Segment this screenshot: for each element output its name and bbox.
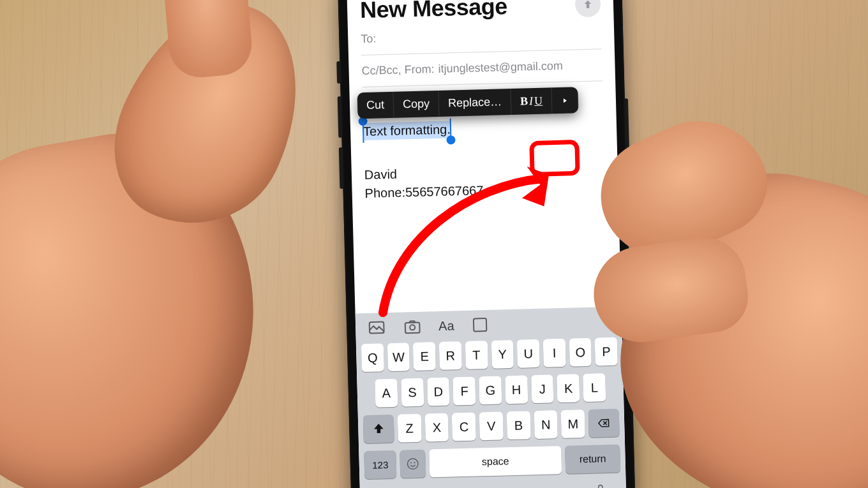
italic-icon: I bbox=[528, 94, 535, 108]
message-body[interactable]: Cut Copy Replace… BIU Text formatting. bbox=[362, 81, 606, 203]
emoji-icon bbox=[406, 457, 421, 471]
cc-label: Cc/Bcc, From: bbox=[361, 63, 435, 78]
key-w[interactable]: W bbox=[387, 343, 410, 371]
key-l[interactable]: L bbox=[583, 373, 606, 402]
menu-biu[interactable]: BIU bbox=[511, 87, 553, 115]
key-v[interactable]: V bbox=[479, 411, 504, 440]
key-t[interactable]: T bbox=[465, 341, 488, 369]
phone-mute-switch bbox=[336, 61, 341, 84]
to-label: To: bbox=[361, 32, 377, 45]
key-k[interactable]: K bbox=[557, 374, 580, 403]
key-return[interactable]: return bbox=[565, 445, 620, 474]
phone-side-button bbox=[624, 98, 629, 159]
key-s[interactable]: S bbox=[401, 378, 424, 407]
text-format-button[interactable]: Aa bbox=[438, 318, 454, 334]
phone-frame: New Message To: Cc/Bcc, From: itjunglest… bbox=[337, 0, 636, 488]
key-y[interactable]: Y bbox=[491, 340, 514, 369]
key-n[interactable]: N bbox=[534, 410, 558, 439]
key-q[interactable]: Q bbox=[361, 343, 384, 372]
menu-more[interactable] bbox=[552, 87, 579, 114]
key-m[interactable]: M bbox=[561, 410, 585, 438]
photos-icon[interactable] bbox=[367, 319, 387, 336]
key-d[interactable]: D bbox=[427, 378, 450, 406]
key-c[interactable]: C bbox=[452, 413, 476, 441]
key-shift[interactable] bbox=[363, 415, 394, 443]
signature-phone: 55657667667 bbox=[405, 183, 484, 199]
svg-rect-1 bbox=[405, 323, 420, 334]
chevron-right-icon bbox=[561, 96, 569, 104]
menu-copy[interactable]: Copy bbox=[394, 91, 440, 118]
compose-title: New Message bbox=[360, 0, 508, 24]
key-z[interactable]: Z bbox=[398, 414, 422, 443]
bold-icon: B bbox=[520, 94, 528, 108]
key-123[interactable]: 123 bbox=[364, 450, 396, 479]
underline-icon: U bbox=[534, 94, 543, 108]
svg-point-6 bbox=[414, 462, 415, 463]
key-o[interactable]: O bbox=[569, 338, 592, 367]
key-p[interactable]: P bbox=[595, 337, 618, 366]
camera-icon[interactable] bbox=[403, 318, 423, 336]
menu-cut[interactable]: Cut bbox=[357, 92, 394, 119]
selected-text-value: Text formatting. bbox=[363, 122, 451, 138]
key-space[interactable]: space bbox=[429, 446, 562, 477]
key-emoji[interactable] bbox=[400, 450, 426, 478]
menu-replace[interactable]: Replace… bbox=[439, 89, 512, 117]
shift-icon bbox=[371, 422, 386, 436]
key-e[interactable]: E bbox=[413, 342, 436, 371]
hand-left bbox=[0, 0, 370, 488]
key-f[interactable]: F bbox=[453, 377, 476, 406]
phone-volume-down bbox=[339, 147, 344, 189]
send-button[interactable] bbox=[575, 0, 601, 17]
key-delete[interactable] bbox=[588, 409, 620, 438]
selection-handle-end[interactable] bbox=[446, 135, 455, 144]
watch bbox=[0, 272, 2, 366]
key-h[interactable]: H bbox=[505, 375, 528, 404]
key-g[interactable]: G bbox=[479, 376, 502, 404]
svg-rect-3 bbox=[474, 318, 487, 332]
key-a[interactable]: A bbox=[375, 379, 398, 408]
svg-rect-8 bbox=[599, 485, 602, 488]
key-i[interactable]: I bbox=[543, 339, 566, 367]
svg-point-5 bbox=[410, 462, 412, 463]
selected-text[interactable]: Text formatting. bbox=[363, 121, 451, 140]
key-b[interactable]: B bbox=[507, 411, 531, 440]
key-x[interactable]: X bbox=[424, 413, 449, 442]
key-u[interactable]: U bbox=[517, 339, 540, 368]
mic-icon[interactable] bbox=[593, 483, 609, 488]
key-j[interactable]: J bbox=[531, 374, 554, 403]
signature-phone-label: Phone: bbox=[364, 185, 405, 200]
phone-volume-up bbox=[338, 96, 343, 138]
text-edit-menu: Cut Copy Replace… BIU bbox=[357, 87, 579, 119]
from-email: itjunglestest@gmail.com bbox=[438, 59, 563, 76]
svg-point-4 bbox=[407, 459, 418, 470]
keyboard: Aa Q W E R T Y U I O P A S D bbox=[355, 307, 627, 488]
key-r[interactable]: R bbox=[439, 341, 462, 370]
phone-screen: New Message To: Cc/Bcc, From: itjunglest… bbox=[347, 0, 627, 488]
markup-icon[interactable] bbox=[470, 316, 490, 334]
arrow-up-icon bbox=[582, 0, 594, 10]
svg-point-2 bbox=[410, 325, 415, 330]
delete-icon bbox=[597, 416, 611, 431]
signature: David Phone:55657667667 bbox=[364, 159, 606, 203]
